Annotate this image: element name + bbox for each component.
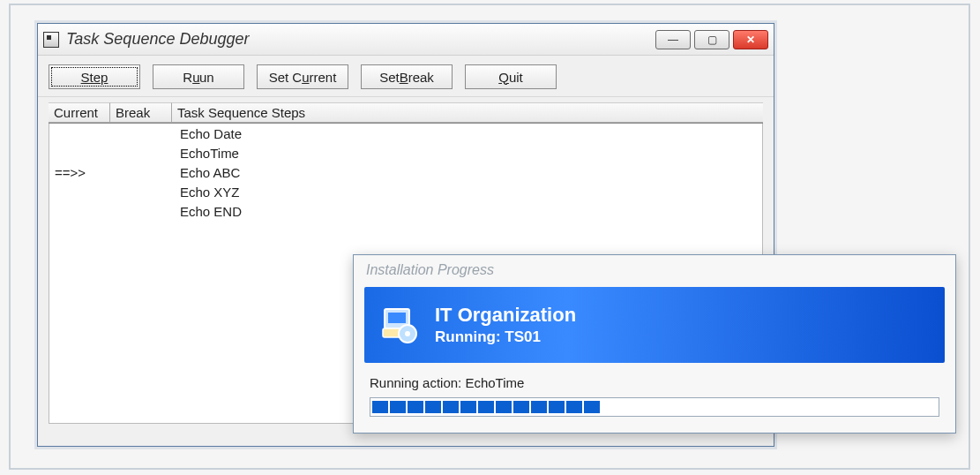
svg-rect-1	[388, 313, 406, 323]
progress-segment	[549, 401, 565, 413]
table-row[interactable]: ==>>Echo ABC	[49, 162, 762, 182]
progress-bar	[370, 397, 939, 417]
set-current-button[interactable]: Set Current	[257, 64, 348, 89]
quit-button[interactable]: Quit	[465, 64, 557, 89]
progress-segment	[513, 401, 529, 413]
cell-step: Echo ABC	[173, 165, 762, 180]
progress-segment	[408, 401, 423, 413]
progress-segment	[425, 401, 441, 413]
progress-segment	[478, 401, 494, 413]
step-button[interactable]: Step	[49, 64, 140, 89]
titlebar[interactable]: Task Sequence Debugger — ▢ ✕	[38, 24, 774, 56]
close-icon: ✕	[746, 34, 755, 45]
progress-running: Running: TS01	[435, 328, 576, 346]
app-icon	[43, 32, 59, 48]
table-row[interactable]: Echo XYZ	[49, 182, 762, 201]
window-controls: — ▢ ✕	[655, 30, 768, 49]
install-icon	[378, 303, 423, 347]
cell-step: EchoTime	[173, 146, 762, 161]
col-break[interactable]: Break	[110, 102, 172, 123]
maximize-icon: ▢	[707, 34, 717, 45]
progress-action: Running action: EchoTime	[354, 372, 955, 396]
progress-org: IT Organization	[435, 304, 576, 327]
set-break-button[interactable]: Set Break	[361, 64, 453, 89]
table-row[interactable]: Echo END	[49, 201, 762, 221]
progress-segment	[566, 401, 582, 413]
svg-point-4	[405, 331, 410, 336]
cell-step: Echo XYZ	[173, 185, 762, 200]
outer-frame: Task Sequence Debugger — ▢ ✕ Step Ruun S…	[9, 4, 970, 470]
cell-step: Echo END	[173, 204, 762, 219]
progress-segment	[443, 401, 459, 413]
run-button[interactable]: Ruun	[153, 64, 244, 89]
grid-headers: Current Break Task Sequence Steps	[49, 102, 763, 124]
progress-segment	[531, 401, 547, 413]
progress-window: Installation Progress IT Organization Ru…	[353, 254, 956, 434]
maximize-button[interactable]: ▢	[694, 30, 729, 49]
table-row[interactable]: EchoTime	[49, 143, 762, 162]
progress-title: Installation Progress	[354, 255, 955, 282]
toolbar: Step Ruun Set Current Set Break Quit	[38, 56, 774, 97]
cell-current: ==>>	[49, 165, 111, 180]
progress-segment	[372, 401, 388, 413]
close-button[interactable]: ✕	[733, 30, 768, 49]
col-steps[interactable]: Task Sequence Steps	[172, 102, 763, 123]
cell-step: Echo Date	[173, 126, 762, 141]
minimize-icon: —	[668, 34, 678, 45]
progress-segment	[460, 401, 476, 413]
table-row[interactable]: Echo Date	[49, 124, 762, 143]
progress-banner: IT Organization Running: TS01	[364, 287, 945, 363]
minimize-button[interactable]: —	[655, 30, 691, 49]
progress-text: IT Organization Running: TS01	[435, 304, 576, 346]
progress-segment	[584, 401, 600, 413]
window-title: Task Sequence Debugger	[66, 30, 655, 49]
progress-segment	[496, 401, 512, 413]
progress-segment	[390, 401, 406, 413]
col-current[interactable]: Current	[49, 102, 110, 123]
